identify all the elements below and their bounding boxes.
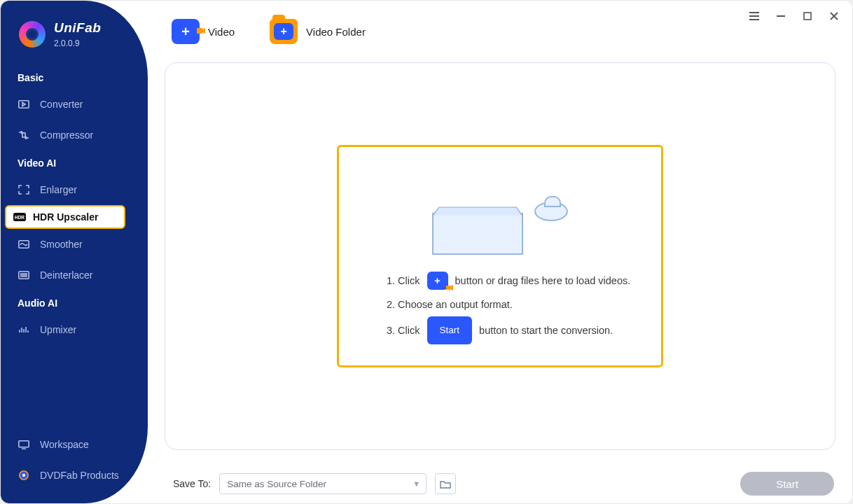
app-version: 2.0.0.9 bbox=[54, 38, 101, 48]
sidebar-section-videoai: Video AI bbox=[1, 150, 148, 174]
svg-point-8 bbox=[22, 474, 25, 477]
camera-icon bbox=[445, 276, 454, 300]
hdr-icon: HDR bbox=[13, 212, 26, 222]
sidebar-item-upmixer[interactable]: Upmixer bbox=[1, 314, 148, 345]
save-to-select[interactable]: Same as Source Folder ▼ bbox=[219, 473, 426, 494]
sidebar-item-label: Compressor bbox=[40, 130, 93, 141]
add-video-icon: + bbox=[172, 19, 200, 44]
import-toolbar: + Video + Video Folder bbox=[162, 1, 838, 62]
step-1: 1. Click + button or drag files here to … bbox=[387, 269, 630, 293]
folder-icon: + bbox=[270, 19, 298, 44]
sidebar-item-dvdfab[interactable]: DVDFab Products bbox=[1, 460, 148, 491]
drop-zone[interactable]: 1. Click + button or drag files here to … bbox=[165, 62, 835, 450]
bars-icon bbox=[18, 325, 30, 335]
footer-bar: Save To: Same as Source Folder ▼ Start bbox=[162, 464, 838, 503]
expand-icon bbox=[18, 185, 30, 195]
start-button[interactable]: Start bbox=[740, 472, 834, 496]
sidebar-section-audioai: Audio AI bbox=[1, 290, 148, 314]
sidebar-item-label: Smoother bbox=[40, 239, 83, 250]
camera-icon bbox=[196, 26, 206, 36]
add-folder-button[interactable]: + Video Folder bbox=[270, 19, 366, 44]
sidebar-item-converter[interactable]: Converter bbox=[1, 89, 148, 120]
folder-open-icon bbox=[440, 479, 451, 489]
sidebar-item-hdr-upscaler[interactable]: HDR HDR Upscaler bbox=[5, 205, 125, 229]
step-3: 3. Click Start button to start the conve… bbox=[387, 316, 630, 344]
svg-text:HDR: HDR bbox=[15, 215, 25, 220]
sidebar-item-workspace[interactable]: Workspace bbox=[1, 429, 148, 460]
sidebar-item-deinterlacer[interactable]: Deinterlacer bbox=[1, 260, 148, 290]
main-panel: + Video + Video Folder bbox=[148, 1, 852, 503]
add-folder-label: Video Folder bbox=[306, 26, 366, 38]
sidebar-item-label: Enlarger bbox=[40, 184, 77, 195]
svg-rect-1 bbox=[22, 133, 25, 137]
sidebar-item-enlarger[interactable]: Enlarger bbox=[1, 174, 148, 205]
add-video-button[interactable]: + Video bbox=[172, 19, 235, 44]
save-to-value: Same as Source Folder bbox=[227, 479, 326, 489]
chevron-down-icon: ▼ bbox=[412, 479, 420, 488]
lines-icon bbox=[18, 270, 30, 280]
sidebar-item-label: Converter bbox=[40, 99, 83, 110]
app-name: UniFab bbox=[54, 20, 101, 36]
close-icon[interactable] bbox=[828, 10, 840, 22]
svg-rect-9 bbox=[804, 13, 811, 20]
sidebar-section-basic: Basic bbox=[1, 65, 148, 89]
add-video-label: Video bbox=[208, 26, 235, 38]
app-logo: UniFab 2.0.0.9 bbox=[1, 15, 148, 65]
drop-instructions: 1. Click + button or drag files here to … bbox=[337, 145, 663, 368]
app-window: UniFab 2.0.0.9 Basic Converter Compresso… bbox=[0, 0, 853, 504]
sidebar-item-label: Deinterlacer bbox=[40, 270, 92, 281]
logo-icon bbox=[19, 21, 46, 48]
maximize-icon[interactable] bbox=[802, 10, 813, 22]
monitor-icon bbox=[18, 440, 30, 449]
steps-list: 1. Click + button or drag files here to … bbox=[354, 269, 630, 344]
save-to-label: Save To: bbox=[173, 478, 211, 489]
sidebar: UniFab 2.0.0.9 Basic Converter Compresso… bbox=[1, 1, 148, 503]
minimize-icon[interactable] bbox=[775, 10, 786, 22]
sidebar-item-label: Upmixer bbox=[40, 324, 76, 335]
start-pill-icon: Start bbox=[427, 316, 473, 344]
sidebar-item-smoother[interactable]: Smoother bbox=[1, 229, 148, 260]
window-controls bbox=[749, 10, 840, 22]
step-2: 2. Choose an output format. bbox=[387, 293, 630, 316]
start-button-label: Start bbox=[776, 478, 798, 490]
sidebar-item-compressor[interactable]: Compressor bbox=[1, 120, 148, 150]
play-icon bbox=[18, 99, 30, 109]
wave-icon bbox=[18, 239, 30, 249]
add-video-icon: + bbox=[427, 272, 448, 290]
sidebar-item-label: Workspace bbox=[40, 439, 89, 450]
sidebar-item-label: DVDFab Products bbox=[40, 470, 119, 481]
empty-illustration bbox=[402, 164, 598, 255]
menu-icon[interactable] bbox=[749, 10, 760, 22]
browse-folder-button[interactable] bbox=[435, 473, 456, 494]
compress-icon bbox=[18, 130, 30, 140]
svg-rect-6 bbox=[19, 440, 29, 447]
sidebar-item-label: HDR Upscaler bbox=[33, 211, 98, 223]
globe-icon bbox=[18, 470, 30, 480]
svg-rect-0 bbox=[19, 101, 29, 108]
